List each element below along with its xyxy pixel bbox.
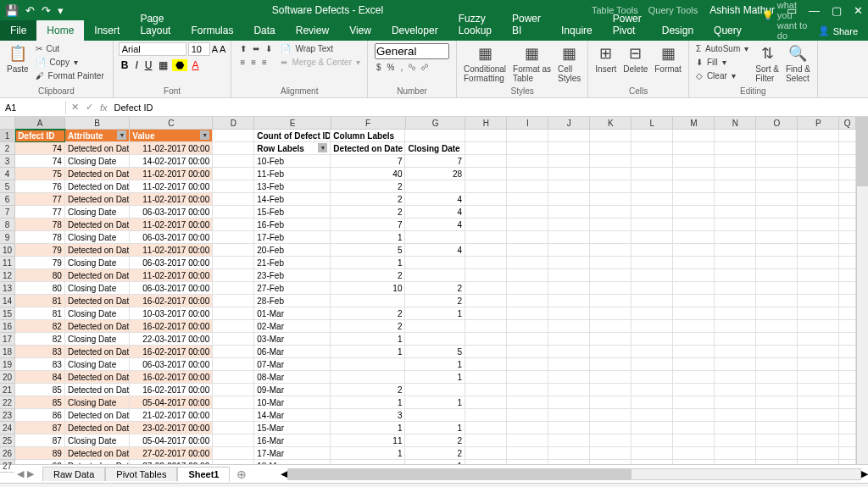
sort-filter-button[interactable]: ⇅Sort & Filter (754, 42, 781, 85)
enter-formula-icon[interactable]: ✓ (86, 102, 93, 113)
ribbon-tabs: File Home Insert Page Layout Formulas Da… (0, 20, 868, 41)
fontcolor-button[interactable]: A (189, 59, 201, 71)
copy-button[interactable]: 📄 Copy ▾ (34, 56, 108, 69)
close-icon[interactable]: ✕ (854, 4, 863, 17)
tab-home[interactable]: Home (36, 20, 84, 41)
status-bar: Ready ▢ ▦ ▤ ▣ — + 100% (0, 483, 868, 487)
align-center-icon[interactable]: ≡ (249, 57, 258, 68)
delete-cells-button[interactable]: ⊟Delete (621, 42, 649, 75)
find-select-button[interactable]: 🔍Find & Select (784, 42, 812, 85)
column-headers[interactable]: ABCDEFGHIJKLMNOPQ (15, 117, 856, 130)
tab-fuzzylookup[interactable]: Fuzzy Lookup (448, 8, 502, 41)
decrease-font-icon[interactable]: A (220, 44, 225, 54)
number-format-select[interactable] (375, 43, 449, 59)
align-left-icon[interactable]: ≡ (238, 57, 247, 68)
group-alignment: Alignment (236, 86, 362, 96)
tab-data[interactable]: Data (243, 20, 285, 41)
tab-query[interactable]: Query (704, 20, 752, 41)
group-styles: Styles (462, 86, 582, 96)
percent-icon[interactable]: % (386, 62, 397, 73)
group-number: Number (373, 86, 451, 96)
fill-button[interactable]: ⬇ Fill ▾ (694, 56, 750, 69)
tell-me[interactable]: 💡 Tell me what you want to do (762, 0, 808, 41)
row-headers[interactable]: 1234567891011121314151617181920212223242… (0, 117, 15, 464)
tab-review[interactable]: Review (286, 20, 339, 41)
add-sheet-icon[interactable]: ⊕ (236, 468, 247, 481)
font-size-input[interactable] (188, 42, 210, 56)
cells-area[interactable]: Defect ID▼Attribute▼Value▼Count of Defec… (15, 130, 856, 464)
name-box[interactable]: A1 (0, 101, 66, 114)
bold-button[interactable]: B (119, 59, 131, 71)
cut-button[interactable]: ✂ Cut (34, 42, 108, 55)
increase-decimal-icon[interactable]: ⁰₀ (407, 62, 417, 73)
minimize-icon[interactable]: — (809, 4, 820, 17)
fx-icon[interactable]: fx (100, 102, 108, 113)
redo-icon[interactable]: ↷ (42, 4, 51, 17)
formula-bar: A1 ✕ ✓ fx Defect ID (0, 98, 868, 117)
currency-icon[interactable]: $ (375, 62, 383, 73)
increase-font-icon[interactable]: A (212, 44, 218, 54)
tab-design[interactable]: Design (652, 20, 704, 41)
insert-cells-button[interactable]: ⊞Insert (593, 42, 618, 75)
save-icon[interactable]: 💾 (5, 4, 19, 17)
align-top-icon[interactable]: ⬆ (238, 43, 248, 54)
format-painter-button[interactable]: 🖌 Format Painter (34, 69, 108, 82)
tab-developer[interactable]: Developer (381, 20, 448, 41)
tab-file[interactable]: File (0, 20, 36, 41)
format-cells-button[interactable]: ▦Format (653, 42, 683, 75)
sheet-tabs-bar: ◀ ▶ Raw Data Pivot Tables Sheet1 ⊕ ◀▶ (0, 464, 868, 483)
tab-formulas[interactable]: Formulas (181, 20, 243, 41)
border-button[interactable]: ▦ (156, 59, 170, 71)
font-name-input[interactable] (119, 42, 186, 56)
tab-inquire[interactable]: Inquire (551, 20, 603, 41)
cancel-formula-icon[interactable]: ✕ (71, 102, 79, 113)
cell-styles-button[interactable]: ▦Cell Styles (556, 42, 582, 85)
group-clipboard: Clipboard (5, 86, 108, 96)
align-middle-icon[interactable]: ⬌ (251, 43, 261, 54)
group-font: Font (119, 86, 226, 96)
clear-button[interactable]: ◇ Clear ▾ (694, 69, 750, 82)
vertical-scrollbar[interactable] (856, 117, 868, 464)
format-as-table-button[interactable]: ▦Format as Table (511, 42, 553, 85)
undo-icon[interactable]: ↶ (25, 4, 35, 17)
align-right-icon[interactable]: ≡ (260, 57, 269, 68)
align-bottom-icon[interactable]: ⬇ (264, 43, 274, 54)
context-tab-query: Query Tools (648, 5, 698, 15)
tab-powerbi[interactable]: Power BI (502, 8, 551, 41)
fillcolor-button[interactable]: ⬣ (172, 59, 187, 71)
ribbon: 📋Paste ✂ Cut 📄 Copy ▾ 🖌 Format Painter C… (0, 41, 868, 98)
tab-view[interactable]: View (339, 20, 381, 41)
decrease-decimal-icon[interactable]: ₀⁰ (420, 62, 430, 73)
wrap-text-button[interactable]: 📄 Wrap Text (279, 42, 362, 55)
tab-pagelayout[interactable]: Page Layout (130, 8, 181, 41)
group-editing: Editing (694, 86, 812, 96)
tab-powerpivot[interactable]: Power Pivot (603, 8, 652, 41)
spreadsheet-grid: 1234567891011121314151617181920212223242… (0, 117, 868, 464)
merge-center-button[interactable]: ⬌ Merge & Center ▾ (279, 56, 362, 69)
paste-button[interactable]: 📋Paste (5, 42, 31, 75)
share-button[interactable]: 👤 Share (808, 21, 868, 41)
formula-input[interactable]: Defect ID (114, 102, 153, 113)
sheet-tab-rawdata[interactable]: Raw Data (42, 467, 105, 481)
sheet-nav-next-icon[interactable]: ▶ (27, 468, 34, 479)
sheet-nav-prev-icon[interactable]: ◀ (17, 468, 24, 479)
horizontal-scrollbar[interactable]: ◀▶ (281, 468, 868, 480)
group-cells: Cells (593, 86, 683, 96)
tab-insert[interactable]: Insert (84, 20, 130, 41)
autosum-button[interactable]: Σ AutoSum ▾ (694, 42, 750, 55)
sheet-tab-pivottables[interactable]: Pivot Tables (105, 467, 177, 481)
maximize-icon[interactable]: ▢ (832, 4, 842, 17)
conditional-formatting-button[interactable]: ▦Conditional Formatting (462, 42, 508, 85)
qat-more-icon[interactable]: ▾ (58, 4, 64, 17)
sheet-tab-sheet1[interactable]: Sheet1 (177, 467, 230, 482)
italic-button[interactable]: I (132, 59, 140, 71)
comma-icon[interactable]: , (398, 62, 404, 73)
underline-button[interactable]: U (142, 59, 155, 71)
